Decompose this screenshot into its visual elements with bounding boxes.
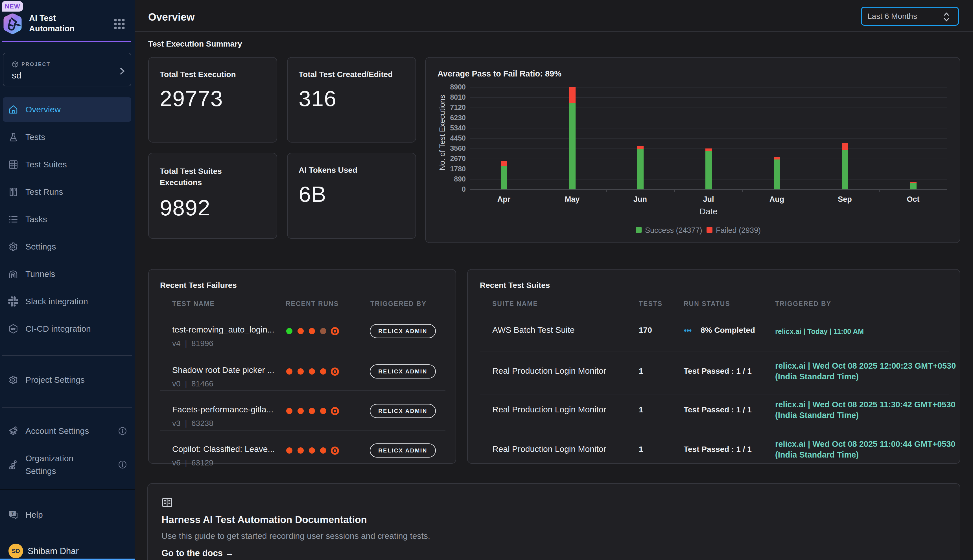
svg-text:?: ? [11,511,13,515]
